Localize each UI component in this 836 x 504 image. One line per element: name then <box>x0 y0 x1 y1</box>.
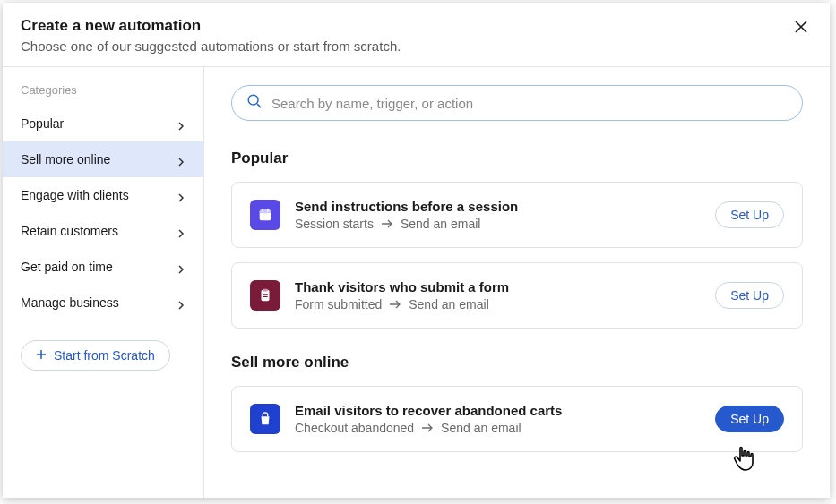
automation-card: Email visitors to recover abandoned cart… <box>231 386 803 452</box>
sidebar-item-label: Engage with clients <box>21 188 177 202</box>
chevron-right-icon <box>177 155 185 164</box>
svg-rect-6 <box>263 289 267 292</box>
setup-button[interactable]: Set Up <box>715 201 784 228</box>
calendar-icon <box>250 200 280 230</box>
automation-card: Send instructions before a session Sessi… <box>231 182 803 248</box>
sidebar-item-sell-more-online[interactable]: Sell more online <box>3 141 203 177</box>
modal-title: Create a new automation <box>21 17 790 35</box>
search-input[interactable] <box>271 96 788 111</box>
sidebar-item-engage-clients[interactable]: Engage with clients <box>3 177 203 213</box>
card-flow: Session starts Send an email <box>295 217 701 231</box>
main-content: Popular Send instructions before a sessi… <box>204 67 830 498</box>
bag-icon <box>250 404 280 434</box>
chevron-right-icon <box>177 119 185 128</box>
svg-rect-7 <box>263 294 267 295</box>
card-flow: Form submitted Send an email <box>295 297 701 312</box>
section-sell-more-online: Sell more online Email visitors to recov… <box>231 354 803 452</box>
card-action: Send an email <box>409 297 489 312</box>
search-bar[interactable] <box>231 85 803 121</box>
sidebar: Categories Popular Sell more online Enga… <box>3 67 204 498</box>
arrow-right-icon <box>389 300 401 309</box>
sidebar-item-label: Sell more online <box>21 152 177 167</box>
sidebar-item-popular[interactable]: Popular <box>3 106 203 141</box>
svg-rect-8 <box>263 296 267 297</box>
sidebar-item-retain-customers[interactable]: Retain customers <box>3 213 203 249</box>
sidebar-item-label: Manage business <box>21 295 177 310</box>
setup-button[interactable]: Set Up <box>715 406 784 432</box>
card-trigger: Session starts <box>295 217 374 231</box>
svg-rect-4 <box>267 209 269 212</box>
section-popular: Popular Send instructions before a sessi… <box>231 149 803 329</box>
clipboard-icon <box>250 280 280 311</box>
card-title: Email visitors to recover abandoned cart… <box>295 403 701 418</box>
section-title: Popular <box>231 149 803 167</box>
svg-rect-2 <box>260 210 271 214</box>
chevron-right-icon <box>177 226 185 235</box>
arrow-right-icon <box>421 423 434 432</box>
chevron-right-icon <box>177 262 185 271</box>
card-trigger: Checkout abandoned <box>295 421 414 435</box>
sidebar-item-label: Popular <box>21 116 177 131</box>
card-title: Send instructions before a session <box>295 199 701 214</box>
automation-modal: Create a new automation Choose one of ou… <box>3 3 830 498</box>
start-from-scratch-button[interactable]: Start from Scratch <box>21 340 170 371</box>
close-icon <box>794 20 808 37</box>
search-icon <box>246 93 263 113</box>
sidebar-item-get-paid[interactable]: Get paid on time <box>3 249 203 285</box>
setup-button[interactable]: Set Up <box>715 282 784 309</box>
automation-card: Thank visitors who submit a form Form su… <box>231 262 803 329</box>
chevron-right-icon <box>177 298 185 307</box>
plus-icon <box>36 348 47 363</box>
sidebar-label: Categories <box>3 83 203 106</box>
section-title: Sell more online <box>231 354 803 372</box>
close-button[interactable] <box>790 17 812 38</box>
modal-body: Categories Popular Sell more online Enga… <box>3 67 830 498</box>
card-action: Send an email <box>441 421 521 435</box>
sidebar-item-label: Get paid on time <box>21 260 177 274</box>
card-action: Send an email <box>401 217 481 231</box>
svg-rect-5 <box>262 290 270 302</box>
svg-rect-3 <box>262 209 263 212</box>
sidebar-item-label: Retain customers <box>21 224 177 238</box>
chevron-right-icon <box>177 191 185 200</box>
modal-header: Create a new automation Choose one of ou… <box>3 3 830 67</box>
card-title: Thank visitors who submit a form <box>295 279 701 295</box>
sidebar-item-manage-business[interactable]: Manage business <box>3 285 203 320</box>
svg-point-0 <box>248 95 258 105</box>
modal-subtitle: Choose one of our suggested automations … <box>21 38 790 54</box>
scratch-label: Start from Scratch <box>54 348 155 363</box>
card-trigger: Form submitted <box>295 297 382 312</box>
card-flow: Checkout abandoned Send an email <box>295 421 701 435</box>
arrow-right-icon <box>381 219 393 228</box>
